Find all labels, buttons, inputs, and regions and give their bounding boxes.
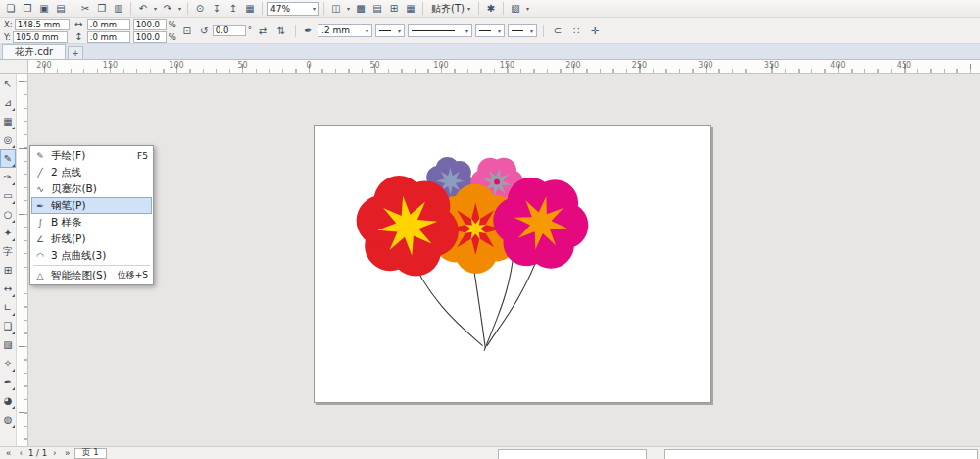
tool-icon: ◠ [33,251,47,261]
y-position-field[interactable]: 105.0 mm [13,31,68,43]
interactive-fill-tool[interactable]: ◍ [0,410,16,429]
undo-button[interactable]: ↶ [135,1,151,16]
show-grid-button[interactable]: ⊞ [386,1,402,16]
drop-shadow-tool[interactable]: ❑ [0,317,16,335]
end-arrowhead-select[interactable]: ▾ [475,24,505,37]
close-curve-button[interactable]: ⊂ [550,23,565,38]
artistic-media-tool[interactable]: ✑ [0,168,16,186]
first-page-button[interactable]: « [3,448,14,458]
flyout-item-1[interactable]: ╱2 点线 [31,164,152,180]
search-content-button[interactable]: ⊙ [192,1,208,16]
last-page-button[interactable]: » [62,448,73,458]
snap-to-dropdown[interactable]: 贴齐(T)▾ [427,2,474,16]
ellipse-tool[interactable]: ○ [0,205,16,224]
flyout-item-0[interactable]: ✎手绘(F)F5 [31,147,152,164]
ruler-label: 200 [565,61,580,70]
print-document-button[interactable]: ▤ [53,1,69,16]
line-style-select[interactable]: ▾ [408,24,472,37]
object-size-group: ↔ .0 mm ↕ .0 mm [73,19,130,43]
next-page-button[interactable]: › [49,448,60,458]
object-width-field[interactable]: .0 mm [87,19,130,30]
shape-tool[interactable]: ⊿ [0,93,16,112]
curve-tools-flyout: ✎手绘(F)F5╱2 点线∿贝塞尔(B)✒钢笔(P)∫B 样条∠折线(P)◠3 … [29,145,154,285]
fill-tool[interactable]: ◕ [0,391,16,410]
flyout-item-5[interactable]: ∠折线(P) [31,230,152,247]
new-document-button[interactable]: ❏ [3,1,19,16]
crop-tool[interactable]: ▦ [0,112,16,130]
ruler-row: 20015010050050100150200250300350400450 [0,60,980,74]
welcome-screen-dropdown-caret[interactable]: ▾ [524,5,531,12]
scale-x-field[interactable]: 100.0 [133,19,167,30]
rotation-angle-field[interactable]: 0.0 [213,25,246,36]
show-guidelines-button[interactable]: ▦ [403,1,418,16]
flyout-item-label: 3 点曲线(3) [51,249,144,263]
outline-width-select[interactable]: .2 mm ▾ [318,24,372,37]
pick-tool[interactable]: ↖ [0,75,16,93]
freehand-tool[interactable]: ✎ [0,149,16,168]
new-tab-button[interactable]: + [68,46,83,59]
import-button[interactable]: ↧ [209,1,224,16]
flyout-item-2[interactable]: ∿贝塞尔(B) [31,180,152,197]
tool-icon: ✒ [33,201,47,211]
flyout-item-7[interactable]: △智能绘图(S)位移+S [31,267,152,283]
ruler-label: 250 [632,61,647,70]
degree-label: ° [248,26,252,35]
zoom-level-select[interactable]: 47%▾ [267,2,319,16]
ruler-label: 0 [306,61,311,70]
mirror-horizontal-button[interactable]: ⇄ [255,23,270,38]
ruler-label: 50 [237,61,247,70]
color-eyedropper-tool[interactable]: ✧ [0,354,16,373]
flyout-item-6[interactable]: ◠3 点曲线(3) [31,247,152,264]
options-button[interactable]: ✱ [483,1,499,16]
cut-button[interactable]: ✂ [77,1,93,16]
page-tab[interactable]: 页 1 [74,448,107,459]
background-window [498,449,647,459]
preview-mode-button[interactable]: ∷ [568,23,584,38]
scale-y-field[interactable]: 100.0 [133,31,167,43]
transparency-tool[interactable]: ▨ [0,335,16,354]
lock-ratio-button[interactable]: ⊡ [179,23,195,38]
export-button[interactable]: ↥ [225,1,241,16]
ruler-origin-corner[interactable] [0,60,28,74]
dimension-tool[interactable]: ↔ [0,280,16,298]
text-tool[interactable]: 字 [0,242,16,261]
show-rulers-button[interactable]: ▤ [369,1,385,16]
property-bar: X: 148.5 mm Y: 105.0 mm ↔ .0 mm ↕ .0 mm … [0,18,980,44]
ruler-label: 100 [169,61,183,70]
auto-add-delete-button[interactable]: ✛ [587,23,603,38]
full-screen-preview-button[interactable]: ▩ [353,1,368,16]
drawing-page[interactable] [314,125,711,403]
document-tab-active[interactable]: 花卉.cdr [2,44,66,59]
zoom-tool[interactable]: ◎ [0,130,16,149]
rectangle-tool[interactable]: ▭ [0,186,16,205]
application-launcher-dropdown-caret[interactable]: ▾ [345,5,352,12]
copy-button[interactable]: ❒ [94,1,110,16]
flyout-item-3[interactable]: ✒钢笔(P) [31,197,152,214]
horizontal-ruler[interactable]: 20015010050050100150200250300350400450 [28,60,980,74]
connector-tool[interactable]: ∟ [0,298,16,317]
previous-page-button[interactable]: ‹ [16,448,26,458]
start-arrowhead-select[interactable]: ▾ [375,24,405,37]
welcome-screen-button[interactable]: ▧ [508,1,523,16]
arrow-options-select[interactable]: ▾ [508,24,537,37]
drawing-workspace[interactable] [28,74,980,446]
open-document-button[interactable]: ❐ [20,1,35,16]
undo-dropdown-caret[interactable]: ▾ [152,5,159,12]
vertical-ruler[interactable] [17,74,28,446]
x-position-field[interactable]: 148.5 mm [15,19,70,30]
redo-dropdown-caret[interactable]: ▾ [176,5,183,12]
x-label: X: [4,20,13,29]
redo-button[interactable]: ↷ [160,1,175,16]
table-tool[interactable]: ⊞ [0,261,16,280]
application-launcher-button[interactable]: ◫ [328,1,344,16]
object-height-field[interactable]: .0 mm [87,31,130,43]
artistic-media-tool-flyout-indicator [12,182,15,185]
chevron-down-icon: ▾ [313,5,316,12]
polygon-tool[interactable]: ✦ [0,224,16,242]
publish-pdf-button[interactable]: ▦ [242,1,258,16]
paste-button[interactable]: ▥ [111,1,126,16]
flyout-item-4[interactable]: ∫B 样条 [31,214,152,230]
mirror-vertical-button[interactable]: ⇅ [273,23,289,38]
outline-pen-tool[interactable]: ✒ [0,373,16,391]
save-document-button[interactable]: ▣ [36,1,52,16]
